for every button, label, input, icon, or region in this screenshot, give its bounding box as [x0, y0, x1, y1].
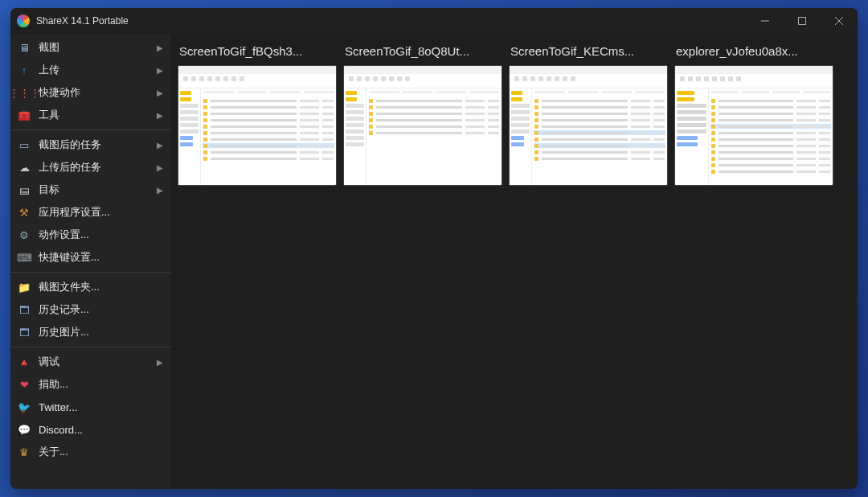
sidebar-item[interactable]: 🔺调试▶: [10, 351, 171, 373]
thumbnail-label: ScreenToGif_fBQsh3...: [178, 44, 337, 58]
sidebar-item[interactable]: 🖥截图▶: [10, 36, 171, 59]
separator: [10, 347, 171, 347]
sidebar-item[interactable]: 🧰工具▶: [10, 104, 171, 126]
thumbnail-image: [178, 65, 337, 186]
separator: [10, 272, 171, 273]
tasks-icon: ▭: [17, 138, 31, 152]
sidebar-item[interactable]: 🐦Twitter...: [10, 396, 171, 418]
sidebar-item-label: 快捷键设置...: [39, 250, 165, 265]
sidebar-item-label: 截图文件夹...: [39, 280, 165, 294]
sidebar-item-label: Discord...: [39, 424, 165, 436]
chevron-right-icon: ▶: [157, 111, 165, 120]
crown-icon: ♛: [17, 445, 31, 459]
cone-icon: 🔺: [17, 355, 31, 369]
sidebar-item-label: 历史记录...: [39, 302, 165, 317]
sidebar-item-label: 上传: [39, 63, 157, 77]
monitor-icon: 🖥: [17, 40, 31, 55]
chevron-right-icon: ▶: [157, 88, 165, 97]
app-icon: [10, 14, 36, 27]
chevron-right-icon: ▶: [157, 43, 165, 52]
thumbnail-image: [343, 65, 502, 186]
twitter-icon: 🐦: [17, 400, 31, 414]
heart-icon: ❤: [17, 377, 31, 392]
chevron-right-icon: ▶: [157, 141, 165, 150]
gallery-icon: 🗔: [17, 325, 31, 339]
sidebar-item[interactable]: 🗔历史图片...: [10, 321, 171, 343]
gear-icon: ⚙: [17, 228, 31, 242]
close-button[interactable]: [821, 8, 858, 34]
upload-icon: ↑: [17, 63, 31, 77]
folder-icon: 📁: [17, 280, 31, 294]
sidebar-item[interactable]: ♛关于...: [10, 441, 171, 463]
thumbnail-item[interactable]: ScreenToGif_KECms...: [509, 44, 668, 186]
sidebar-item-label: Twitter...: [39, 401, 165, 413]
toolbox-icon: 🧰: [17, 108, 31, 122]
thumbnail-label: ScreenToGif_KECms...: [509, 44, 668, 58]
sidebar-item[interactable]: 🗔历史记录...: [10, 298, 171, 321]
sidebar-item[interactable]: 💬Discord...: [10, 418, 171, 441]
sidebar-item[interactable]: ⌨快捷键设置...: [10, 246, 171, 269]
sidebar-item[interactable]: ▭截图后的任务▶: [10, 133, 171, 156]
sidebar-item[interactable]: ❤捐助...: [10, 373, 171, 396]
target-icon: 🖴: [17, 183, 31, 197]
wrench-icon: ⚒: [17, 205, 31, 220]
sidebar-item-label: 应用程序设置...: [39, 205, 165, 220]
thumbnail-item[interactable]: ScreenToGif_fBQsh3...: [178, 44, 337, 186]
chevron-right-icon: ▶: [157, 163, 165, 172]
sidebar-item-label: 捐助...: [39, 377, 165, 392]
sidebar: 🖥截图▶↑上传▶⋮⋮⋮快捷动作▶🧰工具▶▭截图后的任务▶☁上传后的任务▶🖴目标▶…: [10, 34, 171, 489]
sidebar-item-label: 截图: [39, 40, 157, 55]
maximize-button[interactable]: [784, 8, 821, 34]
sidebar-item-label: 截图后的任务: [39, 138, 157, 152]
minimize-button[interactable]: [747, 8, 784, 34]
thumbnail-image: [509, 65, 668, 186]
thumbnail-image: [674, 65, 833, 186]
sidebar-item-label: 快捷动作: [39, 85, 157, 100]
chevron-right-icon: ▶: [157, 66, 165, 75]
sidebar-item[interactable]: ⚒应用程序设置...: [10, 201, 171, 224]
sidebar-item[interactable]: ☁上传后的任务▶: [10, 156, 171, 179]
sidebar-item-label: 目标: [39, 183, 157, 197]
chevron-right-icon: ▶: [157, 186, 165, 195]
sidebar-item-label: 动作设置...: [39, 228, 165, 242]
thumbnail-label: explorer_vJofeu0a8x...: [674, 44, 833, 58]
sidebar-item-label: 调试: [39, 355, 157, 369]
thumbnail-item[interactable]: ScreenToGif_8oQ8Ut...: [343, 44, 502, 186]
sidebar-item[interactable]: ↑上传▶: [10, 59, 171, 81]
sidebar-item-label: 上传后的任务: [39, 160, 157, 175]
quick-icon: ⋮⋮⋮: [17, 85, 31, 100]
titlebar[interactable]: ShareX 14.1 Portable: [10, 8, 858, 34]
thumbnail-grid: ScreenToGif_fBQsh3...ScreenToGif_8oQ8Ut.…: [171, 34, 858, 489]
discord-icon: 💬: [17, 422, 31, 437]
history-icon: 🗔: [17, 302, 31, 317]
sidebar-item-label: 关于...: [39, 445, 165, 459]
thumbnail-item[interactable]: explorer_vJofeu0a8x...: [674, 44, 833, 186]
sidebar-item[interactable]: 📁截图文件夹...: [10, 276, 171, 298]
title-text: ShareX 14.1 Portable: [36, 15, 747, 27]
svg-rect-1: [799, 18, 806, 25]
thumbnail-label: ScreenToGif_8oQ8Ut...: [343, 44, 502, 58]
sidebar-item[interactable]: ⚙动作设置...: [10, 224, 171, 246]
chevron-right-icon: ▶: [157, 358, 165, 367]
keyboard-icon: ⌨: [17, 250, 31, 265]
sidebar-item[interactable]: 🖴目标▶: [10, 179, 171, 201]
sidebar-item[interactable]: ⋮⋮⋮快捷动作▶: [10, 81, 171, 104]
sidebar-item-label: 工具: [39, 108, 157, 122]
cloud-icon: ☁: [17, 160, 31, 175]
separator: [10, 129, 171, 130]
app-window: ShareX 14.1 Portable 🖥截图▶↑上传▶⋮⋮⋮快捷动作▶🧰工具…: [10, 8, 858, 489]
sidebar-item-label: 历史图片...: [39, 325, 165, 339]
